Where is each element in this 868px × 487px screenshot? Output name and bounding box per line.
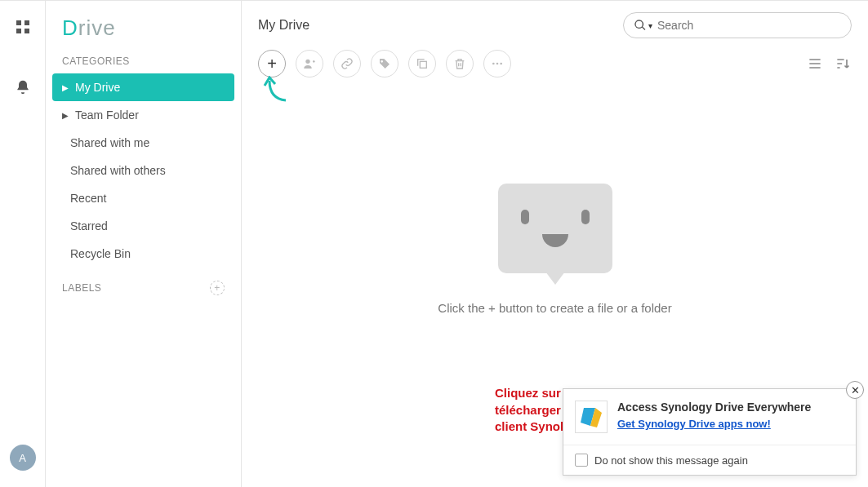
- logo-letter: D: [62, 15, 78, 40]
- sidebar: Drive CATEGORIES ▶ My Drive ▶ Team Folde…: [46, 1, 242, 487]
- empty-face-icon: [498, 184, 612, 273]
- sidebar-item-label: Starred: [70, 219, 108, 232]
- sidebar-item-shared-with-me[interactable]: Shared with me: [46, 129, 241, 157]
- sidebar-item-label: Recycle Bin: [70, 247, 131, 260]
- popup-link[interactable]: Get Synology Drive apps now!: [617, 418, 771, 430]
- sidebar-item-starred[interactable]: Starred: [46, 212, 241, 240]
- search-input[interactable]: [657, 19, 841, 32]
- sidebar-item-label: My Drive: [75, 81, 120, 94]
- add-button[interactable]: +: [258, 50, 286, 77]
- close-button[interactable]: ✕: [846, 381, 864, 399]
- bell-icon[interactable]: [13, 77, 33, 97]
- share-user-button[interactable]: [296, 50, 323, 77]
- empty-message: Click the + button to create a file or a…: [438, 301, 671, 315]
- dont-show-checkbox[interactable]: [575, 454, 588, 467]
- caret-icon: ▶: [62, 111, 69, 120]
- sidebar-item-label: Team Folder: [75, 108, 139, 122]
- sidebar-item-label: Shared with me: [70, 136, 149, 149]
- svg-point-7: [496, 63, 499, 65]
- logo-rest: rive: [78, 15, 116, 40]
- list-view-icon[interactable]: [806, 55, 824, 73]
- svg-rect-1: [24, 20, 29, 25]
- sidebar-item-label: Recent: [70, 192, 106, 205]
- logo: Drive: [46, 15, 241, 55]
- svg-point-4: [305, 60, 309, 64]
- delete-button[interactable]: [446, 50, 474, 77]
- left-rail: A: [0, 1, 46, 487]
- svg-rect-2: [16, 29, 21, 33]
- promo-popup: ✕ Access Synology Drive Everywhere Get S…: [563, 388, 857, 476]
- categories-heading: CATEGORIES: [46, 55, 241, 73]
- search-dropdown-icon[interactable]: ▾: [648, 21, 652, 30]
- search-icon: [634, 19, 647, 32]
- search-box[interactable]: ▾: [623, 12, 852, 38]
- drive-app-icon: [575, 401, 608, 433]
- more-button[interactable]: [483, 50, 511, 77]
- svg-rect-0: [16, 20, 21, 25]
- dont-show-label: Do not show this message again: [594, 454, 748, 467]
- tag-button[interactable]: [371, 50, 398, 77]
- main-area: My Drive ▾ +: [242, 1, 868, 487]
- sidebar-item-recent[interactable]: Recent: [46, 184, 241, 212]
- link-button[interactable]: [333, 50, 361, 77]
- popup-title: Access Synology Drive Everywhere: [617, 401, 844, 414]
- svg-point-8: [500, 63, 502, 65]
- svg-rect-5: [420, 61, 426, 68]
- avatar[interactable]: A: [10, 445, 36, 471]
- add-label-button[interactable]: +: [210, 281, 225, 295]
- sidebar-item-shared-with-others[interactable]: Shared with others: [46, 157, 241, 184]
- sidebar-item-label: Shared with others: [70, 164, 166, 177]
- page-title: My Drive: [258, 18, 309, 33]
- sidebar-item-recycle-bin[interactable]: Recycle Bin: [46, 240, 241, 268]
- labels-heading: LABELS: [62, 282, 101, 294]
- sidebar-item-my-drive[interactable]: ▶ My Drive: [52, 73, 234, 101]
- sort-icon[interactable]: [834, 55, 852, 73]
- svg-rect-3: [24, 29, 29, 33]
- copy-button[interactable]: [408, 50, 436, 77]
- caret-icon: ▶: [62, 83, 69, 92]
- svg-point-6: [492, 63, 495, 65]
- apps-icon[interactable]: [13, 17, 33, 37]
- sidebar-item-team-folder[interactable]: ▶ Team Folder: [46, 101, 241, 129]
